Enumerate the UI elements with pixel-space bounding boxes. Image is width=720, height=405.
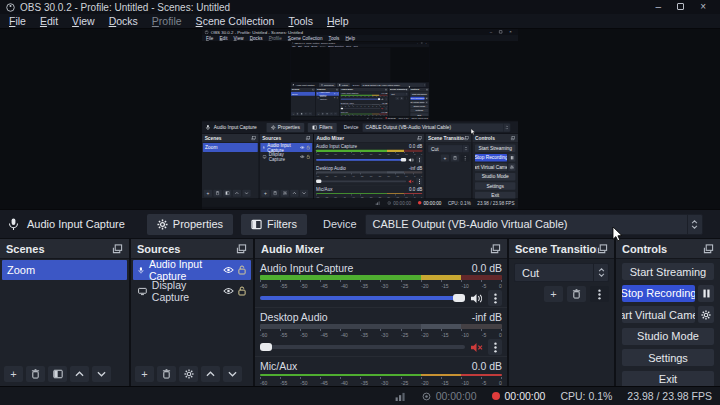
pause-recording-button[interactable] bbox=[698, 285, 714, 302]
lock-icon[interactable] bbox=[238, 286, 246, 296]
menu-scene-collection[interactable]: Scene Collection bbox=[189, 15, 282, 27]
trash-icon bbox=[162, 369, 171, 379]
scene-transitions-dock: Scene Transitions Cut + bbox=[509, 239, 614, 386]
start-streaming-button[interactable]: Start Streaming bbox=[622, 263, 714, 280]
menu-edit[interactable]: Edit bbox=[33, 15, 65, 27]
kebab-icon bbox=[494, 293, 497, 304]
tick-label: -20 bbox=[421, 332, 428, 338]
tick-label: -30 bbox=[381, 283, 388, 289]
move-scene-down-button[interactable] bbox=[92, 366, 111, 382]
menu-help[interactable]: Help bbox=[320, 15, 356, 27]
trash-icon bbox=[572, 289, 581, 299]
kebab-icon bbox=[598, 289, 601, 300]
chevron-up-icon bbox=[206, 371, 215, 377]
add-source-button[interactable]: + bbox=[135, 366, 154, 382]
sources-title: Sources bbox=[137, 243, 180, 255]
meter-tickmarks bbox=[260, 329, 502, 331]
exit-button[interactable]: Exit bbox=[622, 371, 714, 387]
eye-icon[interactable] bbox=[223, 287, 234, 295]
preview-content: OBS 30.0.2 - Profile: Untitled - Scenes:… bbox=[291, 42, 430, 120]
minimize-button[interactable]: – bbox=[656, 2, 662, 12]
source-item-display-capture[interactable]: Display Capture bbox=[133, 281, 251, 301]
source-item-audio-input[interactable]: Audio Input Capture bbox=[133, 260, 251, 280]
mic-icon bbox=[8, 218, 19, 231]
tick-label: -40 bbox=[341, 332, 348, 338]
audio-mixer-title: Audio Mixer bbox=[261, 243, 324, 255]
move-scene-up-button[interactable] bbox=[70, 366, 89, 382]
add-transition-button[interactable]: + bbox=[544, 286, 563, 302]
tick-label: -10 bbox=[462, 380, 469, 386]
gear-icon bbox=[184, 369, 194, 379]
scenes-toolbar: + bbox=[0, 363, 129, 386]
studio-mode-button[interactable]: Studio Mode bbox=[622, 328, 714, 345]
tick-label: -50 bbox=[300, 380, 307, 386]
move-source-up-button[interactable] bbox=[201, 366, 220, 382]
tick-label: -25 bbox=[401, 380, 408, 386]
tick-label: -60 bbox=[260, 380, 267, 386]
close-button[interactable]: × bbox=[700, 2, 706, 12]
menu-profile[interactable]: Profile bbox=[145, 15, 189, 27]
transition-select[interactable]: Cut bbox=[514, 263, 609, 282]
device-select-value: CABLE Output (VB-Audio Virtual Cable) bbox=[366, 218, 687, 230]
properties-button[interactable]: Properties bbox=[147, 214, 233, 235]
transition-properties-button[interactable] bbox=[590, 286, 609, 302]
scene-item-zoom[interactable]: Zoom bbox=[2, 260, 127, 280]
start-virtual-camera-button[interactable]: Start Virtual Camera bbox=[622, 306, 695, 323]
volume-slider-handle[interactable] bbox=[453, 294, 465, 302]
gear-icon bbox=[701, 310, 711, 320]
volume-slider[interactable] bbox=[260, 296, 465, 300]
tick-label: -40 bbox=[341, 283, 348, 289]
tick-label: -10 bbox=[462, 283, 469, 289]
chevron-down-icon bbox=[228, 371, 237, 377]
filters-button[interactable]: Filters bbox=[241, 214, 307, 235]
meter-tick-labels: -60-55-50-45-40-35-30-25-20-15-10-50 bbox=[260, 332, 502, 338]
maximize-button[interactable] bbox=[677, 2, 684, 12]
meter-tick-labels: -60-55-50-45-40-35-30-25-20-15-10-50 bbox=[260, 380, 502, 386]
channel-menu-button[interactable] bbox=[488, 339, 502, 355]
tick-label: -30 bbox=[381, 332, 388, 338]
kebab-icon bbox=[494, 342, 497, 353]
preview-canvas[interactable]: OBS 30.0.2 - Profile: Untitled - Scenes:… bbox=[202, 29, 518, 209]
mixer-channel-db: 0.0 dB bbox=[472, 262, 502, 274]
tick-label: -35 bbox=[361, 332, 368, 338]
mixer-channel-audio-input: Audio Input Capture 0.0 dB -60-55-50-45-… bbox=[255, 259, 507, 308]
tick-label: -15 bbox=[441, 332, 448, 338]
scene-filters-button[interactable] bbox=[48, 366, 67, 382]
mixer-channel-desktop-audio: Desktop Audio -inf dB -60-55-50-45-40-35… bbox=[255, 308, 507, 357]
eye-icon[interactable] bbox=[223, 266, 234, 274]
source-item-label: Display Capture bbox=[152, 279, 218, 303]
tick-label: -5 bbox=[482, 380, 486, 386]
stop-recording-button[interactable]: Stop Recording bbox=[622, 285, 695, 302]
virtual-camera-config-button[interactable] bbox=[698, 306, 714, 323]
filter-icon bbox=[53, 369, 63, 379]
app: OBS 30.0.2 - Profile: Untitled - Scenes:… bbox=[0, 0, 720, 405]
mouse-cursor bbox=[612, 227, 624, 243]
volume-slider[interactable] bbox=[260, 345, 465, 349]
speaker-icon[interactable] bbox=[470, 293, 483, 304]
menu-docks[interactable]: Docks bbox=[102, 15, 145, 27]
remove-scene-button[interactable] bbox=[26, 366, 45, 382]
trash-icon bbox=[31, 369, 40, 379]
tick-label: -25 bbox=[401, 283, 408, 289]
menu-file[interactable]: File bbox=[2, 15, 33, 27]
add-scene-button[interactable]: + bbox=[4, 366, 23, 382]
remove-transition-button[interactable] bbox=[567, 286, 586, 302]
remove-source-button[interactable] bbox=[157, 366, 176, 382]
move-source-down-button[interactable] bbox=[223, 366, 242, 382]
menu-view[interactable]: View bbox=[65, 15, 102, 27]
preview-content: OBS 30.0.2 - Profile: Untitled - Scenes:… bbox=[202, 29, 518, 207]
lock-icon[interactable] bbox=[238, 265, 246, 275]
settings-button[interactable]: Settings bbox=[622, 349, 714, 366]
volume-slider-handle[interactable] bbox=[260, 343, 272, 351]
obs-logo-icon bbox=[6, 3, 15, 12]
menu-tools[interactable]: Tools bbox=[281, 15, 320, 27]
meter-tick-labels: -60-55-50-45-40-35-30-25-20-15-10-50 bbox=[260, 283, 502, 289]
channel-menu-button[interactable] bbox=[488, 290, 502, 306]
tick-label: -20 bbox=[421, 380, 428, 386]
tick-label: -15 bbox=[441, 380, 448, 386]
tick-label: -25 bbox=[401, 332, 408, 338]
chevron-down-icon bbox=[97, 371, 106, 377]
device-select[interactable]: CABLE Output (VB-Audio Virtual Cable) bbox=[365, 214, 703, 235]
speaker-muted-icon[interactable] bbox=[470, 342, 483, 353]
source-properties-button[interactable] bbox=[179, 366, 198, 382]
